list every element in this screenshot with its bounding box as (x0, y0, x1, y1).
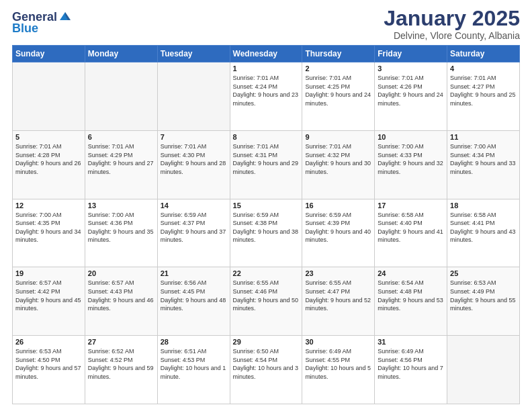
day-detail: Sunrise: 6:54 AMSunset: 4:48 PMDaylight:… (378, 279, 444, 312)
calendar-week-row: 1Sunrise: 7:01 AMSunset: 4:24 PMDaylight… (13, 62, 520, 131)
day-number: 20 (88, 269, 154, 277)
calendar-cell: 29Sunrise: 6:50 AMSunset: 4:54 PMDayligh… (230, 336, 302, 404)
day-detail: Sunrise: 6:55 AMSunset: 4:46 PMDaylight:… (233, 279, 300, 312)
day-number: 15 (233, 201, 300, 210)
day-number: 8 (233, 133, 300, 141)
calendar-cell: 6Sunrise: 7:01 AMSunset: 4:29 PMDaylight… (85, 130, 157, 199)
location: Delvine, Vlore County, Albania (384, 30, 520, 41)
calendar-cell: 4Sunrise: 7:01 AMSunset: 4:27 PMDaylight… (447, 62, 520, 131)
day-detail: Sunrise: 6:52 AMSunset: 4:52 PMDaylight:… (88, 347, 154, 381)
day-number: 16 (305, 201, 371, 210)
calendar-week-row: 5Sunrise: 7:01 AMSunset: 4:28 PMDaylight… (13, 130, 520, 199)
calendar-week-row: 19Sunrise: 6:57 AMSunset: 4:42 PMDayligh… (13, 267, 520, 336)
day-number: 17 (378, 201, 444, 210)
day-number: 19 (15, 269, 82, 277)
day-number: 2 (305, 64, 371, 73)
calendar-cell: 17Sunrise: 6:58 AMSunset: 4:40 PMDayligh… (375, 199, 447, 267)
calendar-cell: 5Sunrise: 7:01 AMSunset: 4:28 PMDaylight… (13, 130, 85, 199)
day-number: 5 (15, 133, 82, 141)
day-number: 12 (15, 201, 82, 210)
logo: General Blue (12, 9, 72, 36)
day-number: 14 (161, 201, 227, 210)
day-detail: Sunrise: 7:01 AMSunset: 4:29 PMDaylight:… (88, 142, 154, 176)
calendar-cell: 10Sunrise: 7:00 AMSunset: 4:33 PMDayligh… (375, 130, 447, 199)
day-detail: Sunrise: 6:56 AMSunset: 4:45 PMDaylight:… (161, 279, 227, 312)
day-detail: Sunrise: 6:53 AMSunset: 4:49 PMDaylight:… (450, 279, 517, 312)
calendar-table: SundayMondayTuesdayWednesdayThursdayFrid… (12, 45, 520, 404)
calendar-cell: 31Sunrise: 6:49 AMSunset: 4:56 PMDayligh… (375, 336, 447, 404)
calendar-cell: 18Sunrise: 6:58 AMSunset: 4:41 PMDayligh… (447, 199, 520, 267)
calendar-cell: 16Sunrise: 6:59 AMSunset: 4:39 PMDayligh… (302, 199, 375, 267)
title-block: January 2025 Delvine, Vlore County, Alba… (384, 7, 520, 41)
day-detail: Sunrise: 7:00 AMSunset: 4:34 PMDaylight:… (450, 142, 517, 176)
day-detail: Sunrise: 7:00 AMSunset: 4:33 PMDaylight:… (378, 142, 444, 176)
calendar-cell: 12Sunrise: 7:00 AMSunset: 4:35 PMDayligh… (13, 199, 85, 267)
calendar-cell: 23Sunrise: 6:55 AMSunset: 4:47 PMDayligh… (302, 267, 375, 336)
calendar-cell: 14Sunrise: 6:59 AMSunset: 4:37 PMDayligh… (157, 199, 230, 267)
day-number: 9 (305, 133, 371, 141)
day-number: 21 (161, 269, 227, 277)
logo-icon (58, 9, 72, 23)
weekday-header: Wednesday (230, 46, 302, 62)
calendar-cell: 11Sunrise: 7:00 AMSunset: 4:34 PMDayligh… (447, 130, 520, 199)
day-detail: Sunrise: 6:58 AMSunset: 4:41 PMDaylight:… (450, 211, 517, 244)
calendar-cell: 30Sunrise: 6:49 AMSunset: 4:55 PMDayligh… (302, 336, 375, 404)
day-number: 18 (450, 201, 517, 210)
calendar-cell: 24Sunrise: 6:54 AMSunset: 4:48 PMDayligh… (375, 267, 447, 336)
day-number: 29 (233, 338, 300, 346)
calendar-cell: 9Sunrise: 7:01 AMSunset: 4:32 PMDaylight… (302, 130, 375, 199)
weekday-header: Friday (375, 46, 447, 62)
day-number: 28 (161, 338, 227, 346)
day-number: 27 (88, 338, 154, 346)
day-detail: Sunrise: 7:00 AMSunset: 4:35 PMDaylight:… (15, 211, 82, 244)
calendar-cell: 26Sunrise: 6:53 AMSunset: 4:50 PMDayligh… (13, 336, 85, 404)
page: General Blue January 2025 Delvine, Vlore… (0, 0, 532, 411)
calendar-cell: 25Sunrise: 6:53 AMSunset: 4:49 PMDayligh… (447, 267, 520, 336)
day-number: 30 (305, 338, 371, 346)
day-detail: Sunrise: 6:50 AMSunset: 4:54 PMDaylight:… (233, 347, 300, 381)
calendar-week-row: 12Sunrise: 7:00 AMSunset: 4:35 PMDayligh… (13, 199, 520, 267)
calendar-cell: 3Sunrise: 7:01 AMSunset: 4:26 PMDaylight… (375, 62, 447, 131)
day-detail: Sunrise: 7:01 AMSunset: 4:24 PMDaylight:… (233, 74, 300, 107)
calendar-cell: 13Sunrise: 7:00 AMSunset: 4:36 PMDayligh… (85, 199, 157, 267)
day-detail: Sunrise: 7:01 AMSunset: 4:30 PMDaylight:… (161, 142, 227, 176)
day-detail: Sunrise: 7:01 AMSunset: 4:27 PMDaylight:… (450, 74, 517, 107)
day-detail: Sunrise: 6:51 AMSunset: 4:53 PMDaylight:… (161, 347, 227, 381)
day-number: 13 (88, 201, 154, 210)
calendar-cell (447, 336, 520, 404)
calendar-cell: 22Sunrise: 6:55 AMSunset: 4:46 PMDayligh… (230, 267, 302, 336)
day-detail: Sunrise: 6:55 AMSunset: 4:47 PMDaylight:… (305, 279, 371, 312)
calendar-cell: 1Sunrise: 7:01 AMSunset: 4:24 PMDaylight… (230, 62, 302, 131)
calendar-cell: 21Sunrise: 6:56 AMSunset: 4:45 PMDayligh… (157, 267, 230, 336)
day-detail: Sunrise: 7:01 AMSunset: 4:28 PMDaylight:… (15, 142, 82, 176)
day-detail: Sunrise: 6:57 AMSunset: 4:43 PMDaylight:… (88, 279, 154, 312)
calendar-cell (13, 62, 85, 131)
day-detail: Sunrise: 6:59 AMSunset: 4:39 PMDaylight:… (305, 211, 371, 244)
weekday-header: Saturday (447, 46, 520, 62)
calendar-week-row: 26Sunrise: 6:53 AMSunset: 4:50 PMDayligh… (13, 336, 520, 404)
day-number: 31 (378, 338, 444, 346)
weekday-header: Monday (85, 46, 157, 62)
day-number: 24 (378, 269, 444, 277)
day-number: 1 (233, 64, 300, 73)
day-detail: Sunrise: 6:59 AMSunset: 4:38 PMDaylight:… (233, 211, 300, 244)
day-number: 6 (88, 133, 154, 141)
calendar-cell (157, 62, 230, 131)
day-number: 22 (233, 269, 300, 277)
day-number: 7 (161, 133, 227, 141)
weekday-header: Thursday (302, 46, 375, 62)
day-number: 25 (450, 269, 517, 277)
day-detail: Sunrise: 7:01 AMSunset: 4:32 PMDaylight:… (305, 142, 371, 176)
day-number: 3 (378, 64, 444, 73)
weekday-header: Sunday (13, 46, 85, 62)
calendar-cell: 28Sunrise: 6:51 AMSunset: 4:53 PMDayligh… (157, 336, 230, 404)
calendar-cell: 15Sunrise: 6:59 AMSunset: 4:38 PMDayligh… (230, 199, 302, 267)
day-detail: Sunrise: 6:58 AMSunset: 4:40 PMDaylight:… (378, 211, 444, 244)
day-number: 4 (450, 64, 517, 73)
calendar-header-row: SundayMondayTuesdayWednesdayThursdayFrid… (13, 46, 520, 62)
calendar-cell: 20Sunrise: 6:57 AMSunset: 4:43 PMDayligh… (85, 267, 157, 336)
weekday-header: Tuesday (157, 46, 230, 62)
day-detail: Sunrise: 6:49 AMSunset: 4:55 PMDaylight:… (305, 347, 371, 381)
day-detail: Sunrise: 7:01 AMSunset: 4:26 PMDaylight:… (378, 74, 444, 107)
day-number: 11 (450, 133, 517, 141)
